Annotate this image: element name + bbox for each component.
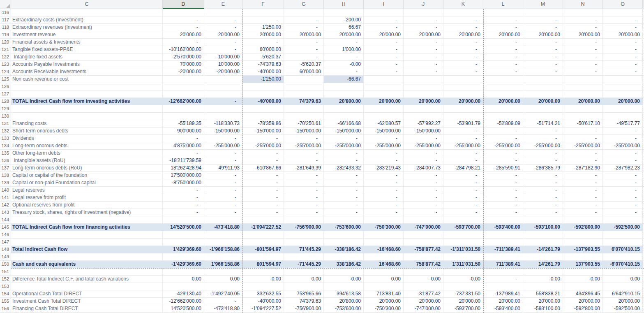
cell-J153[interactable] xyxy=(404,283,443,290)
cell-N141[interactable]: - xyxy=(563,194,603,202)
cell-N152[interactable]: -0.00 xyxy=(563,276,603,283)
row-number-116[interactable]: 116 xyxy=(0,9,11,16)
cell-L146[interactable] xyxy=(483,231,523,239)
cell-M133[interactable]: - xyxy=(523,135,563,142)
cell-K133[interactable]: - xyxy=(443,135,483,142)
cell-L141[interactable]: - xyxy=(483,194,523,202)
cell-I149[interactable] xyxy=(364,253,404,261)
cell-O134[interactable]: -255'000.00 xyxy=(603,142,643,150)
cell-N143[interactable]: - xyxy=(563,209,603,216)
cell-I120[interactable]: - xyxy=(364,39,404,46)
cell-F154[interactable]: 332'632.55 xyxy=(242,290,284,298)
cell-K122[interactable]: - xyxy=(443,53,483,61)
cell-D130[interactable] xyxy=(163,113,204,120)
cell-C119[interactable]: Investment revenue xyxy=(11,31,163,39)
cell-F129[interactable] xyxy=(242,105,284,113)
cell-L150[interactable]: 711'389.41 xyxy=(483,261,523,268)
cell-H151[interactable] xyxy=(324,268,364,276)
cell-F155[interactable]: -40'000.00 xyxy=(242,298,284,305)
cell-C129[interactable] xyxy=(11,105,163,113)
cell-I130[interactable] xyxy=(364,113,404,120)
cell-G135[interactable]: - xyxy=(284,150,324,157)
cell-K128[interactable]: 20'000.00 xyxy=(443,98,483,105)
cell-K121[interactable]: - xyxy=(443,46,483,53)
cell-D128[interactable]: -12'662'000.00 xyxy=(163,98,204,105)
cell-N138[interactable]: - xyxy=(563,172,603,179)
row-number-117[interactable]: 117 xyxy=(0,16,11,24)
cell-O148[interactable]: 6'070'410.15 xyxy=(603,246,643,253)
cell-K132[interactable]: - xyxy=(443,128,483,135)
column-header-G[interactable]: G xyxy=(284,0,324,9)
cell-K123[interactable]: - xyxy=(443,61,483,68)
cell-O151[interactable] xyxy=(603,268,643,276)
cell-M121[interactable]: - xyxy=(523,46,563,53)
cell-G122[interactable]: - xyxy=(284,53,324,61)
cell-O121[interactable]: - xyxy=(603,46,643,53)
cell-I141[interactable]: - xyxy=(364,194,404,202)
cell-N125[interactable] xyxy=(563,76,603,83)
cell-C140[interactable]: Legal reserves xyxy=(11,187,163,194)
cell-H116[interactable] xyxy=(324,9,364,16)
cell-K117[interactable]: - xyxy=(443,16,483,24)
row-number-154[interactable]: 154 xyxy=(0,290,11,298)
cell-O140[interactable]: - xyxy=(603,187,643,194)
cell-I142[interactable]: - xyxy=(364,202,404,209)
cell-F143[interactable]: - xyxy=(242,209,284,216)
cell-C153[interactable] xyxy=(11,283,163,290)
cell-K142[interactable]: - xyxy=(443,202,483,209)
cell-J144[interactable] xyxy=(404,216,443,224)
cell-D147[interactable] xyxy=(163,239,204,246)
cell-D122[interactable]: -2'570'000.00 xyxy=(163,53,204,61)
cell-I122[interactable]: - xyxy=(364,53,404,61)
cell-D123[interactable]: 70'000.00 xyxy=(163,61,204,68)
cell-H127[interactable] xyxy=(324,90,364,98)
row-number-143[interactable]: 143 xyxy=(0,209,11,216)
cell-D129[interactable] xyxy=(163,105,204,113)
cell-M148[interactable]: -14'261.79 xyxy=(523,246,563,253)
cell-M146[interactable] xyxy=(523,231,563,239)
cell-C149[interactable] xyxy=(11,253,163,261)
cell-F136[interactable]: - xyxy=(242,157,284,165)
cell-O122[interactable]: - xyxy=(603,53,643,61)
cell-I143[interactable]: - xyxy=(364,209,404,216)
cell-E134[interactable]: -255'000.00 xyxy=(204,142,242,150)
cell-O118[interactable]: - xyxy=(603,24,643,31)
cell-H143[interactable]: - xyxy=(324,209,364,216)
cell-D119[interactable]: 20'000.00 xyxy=(163,31,204,39)
cell-H137[interactable]: -282'433.32 xyxy=(324,165,364,172)
cell-L127[interactable] xyxy=(483,90,523,98)
cell-J128[interactable]: 20'000.00 xyxy=(404,98,443,105)
cell-J130[interactable] xyxy=(404,113,443,120)
cell-J129[interactable] xyxy=(404,105,443,113)
cell-L153[interactable] xyxy=(483,283,523,290)
cell-N156[interactable]: -592'800.00 xyxy=(563,305,603,313)
row-number-128[interactable]: 128 xyxy=(0,98,11,105)
cell-K148[interactable]: -1'311'031.50 xyxy=(443,246,483,253)
cell-I140[interactable]: - xyxy=(364,187,404,194)
cell-K120[interactable]: - xyxy=(443,39,483,46)
cell-E136[interactable]: - xyxy=(204,157,242,165)
cell-L123[interactable]: - xyxy=(483,61,523,68)
cell-K146[interactable] xyxy=(443,231,483,239)
cell-K119[interactable]: 20'000.00 xyxy=(443,31,483,39)
cell-E151[interactable] xyxy=(204,268,242,276)
cell-O120[interactable]: - xyxy=(603,39,643,46)
cell-I124[interactable]: - xyxy=(364,68,404,76)
cell-F124[interactable]: -40'000.00 xyxy=(242,68,284,76)
cell-E140[interactable]: - xyxy=(204,187,242,194)
cell-N127[interactable] xyxy=(563,90,603,98)
cell-I123[interactable]: - xyxy=(364,61,404,68)
cell-N118[interactable]: - xyxy=(563,24,603,31)
cell-H140[interactable]: - xyxy=(324,187,364,194)
cell-I134[interactable]: -255'000.00 xyxy=(364,142,404,150)
cell-E144[interactable] xyxy=(204,216,242,224)
select-all-corner[interactable] xyxy=(0,0,11,9)
cell-I155[interactable]: 20'000.00 xyxy=(364,298,404,305)
row-number-131[interactable]: 131 xyxy=(0,120,11,128)
cell-H124[interactable]: - xyxy=(324,68,364,76)
cell-H142[interactable]: - xyxy=(324,202,364,209)
cell-F134[interactable]: -255'000.00 xyxy=(242,142,284,150)
cell-H121[interactable]: 1'000.00 xyxy=(324,46,364,53)
row-number-149[interactable]: 149 xyxy=(0,253,11,261)
cell-E155[interactable]: - xyxy=(204,298,242,305)
